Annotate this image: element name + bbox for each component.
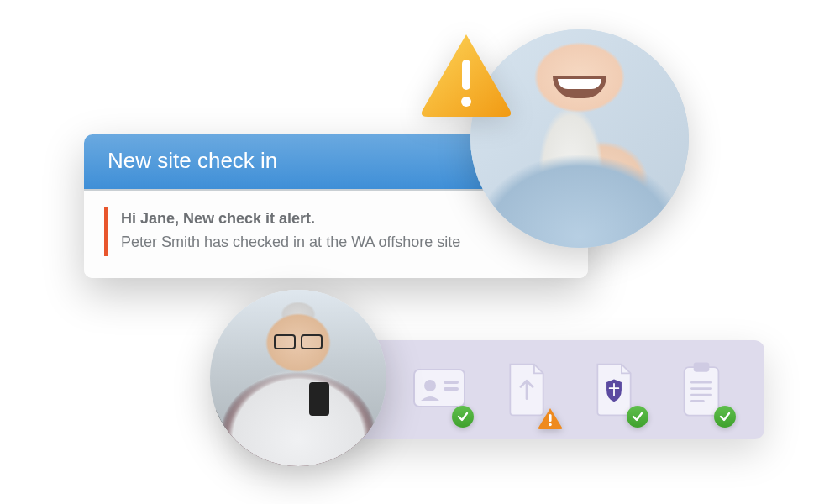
svg-rect-12 xyxy=(690,394,712,396)
warning-triangle-icon xyxy=(416,29,517,122)
svg-point-7 xyxy=(549,423,552,427)
svg-rect-13 xyxy=(690,400,705,402)
svg-rect-0 xyxy=(462,60,470,90)
check-ok-icon xyxy=(452,406,474,428)
status-upload-doc xyxy=(501,359,553,421)
svg-rect-10 xyxy=(690,381,712,384)
check-ok-icon xyxy=(627,406,648,428)
notification-text: Hi Jane, New check it alert. Peter Smith… xyxy=(121,207,564,255)
status-shield-doc xyxy=(588,359,640,421)
svg-rect-8 xyxy=(685,367,719,416)
photo-worker-phone xyxy=(210,290,386,466)
accent-bar xyxy=(104,207,108,256)
notification-greeting: Hi Jane, New check it alert. xyxy=(121,210,315,227)
status-clipboard xyxy=(675,359,727,421)
svg-rect-5 xyxy=(444,387,459,391)
status-id-card xyxy=(413,359,465,421)
svg-rect-11 xyxy=(690,387,712,390)
warning-small-icon xyxy=(538,407,563,429)
svg-point-1 xyxy=(461,97,471,107)
svg-rect-9 xyxy=(694,363,710,372)
svg-point-3 xyxy=(424,380,436,391)
notification-detail: Peter Smith has checked in at the WA off… xyxy=(121,234,460,250)
check-ok-icon xyxy=(714,406,736,428)
svg-rect-6 xyxy=(549,414,551,422)
svg-rect-4 xyxy=(444,381,459,384)
